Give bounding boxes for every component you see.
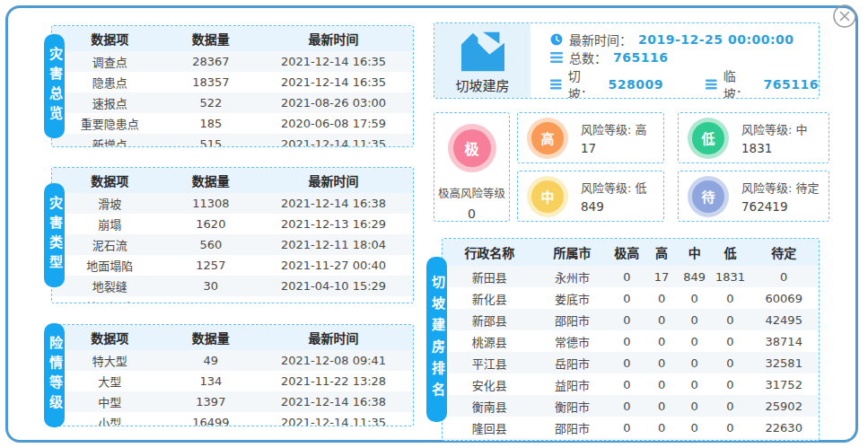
cell-pending: 38714 bbox=[749, 330, 819, 352]
risk-card: 高 风险等级: 高 17 bbox=[517, 112, 664, 163]
summary-title: 切坡建房 bbox=[455, 75, 509, 94]
qiepo-label: 切坡： bbox=[568, 66, 602, 99]
cell-count: 18357 bbox=[168, 72, 254, 92]
cell-time: 2021-12-14 16:35 bbox=[254, 72, 413, 92]
cell-county: 安化县 bbox=[443, 373, 537, 395]
cell-time: 2021-11-27 00:40 bbox=[254, 255, 413, 276]
cell-county: 新化县 bbox=[443, 287, 537, 309]
column-header: 最新时间 bbox=[254, 26, 413, 51]
cell-time: 2021-08-26 03:00 bbox=[254, 92, 413, 113]
cell-county: 桃源县 bbox=[443, 330, 537, 352]
total-value: 765116 bbox=[613, 50, 668, 65]
cell-item: 泥石流 bbox=[52, 234, 168, 255]
cell-count: 134 bbox=[168, 371, 254, 391]
panel-disaster-overview: 灾害总览 数据项数据量最新时间 调查点 bbox=[51, 25, 414, 147]
cell-city: 衡阳市 bbox=[537, 395, 609, 417]
cell-medium: 0 bbox=[678, 395, 712, 417]
cell-extreme: 0 bbox=[608, 352, 645, 373]
cell-item: 崩塌 bbox=[52, 214, 168, 234]
cell-time: 2021-12-14 11:35 bbox=[254, 134, 413, 147]
risk-card-label: 风险等级: 待定 bbox=[741, 179, 820, 196]
panel-tab-danger-level: 险情等级 bbox=[44, 323, 65, 427]
table-row: 地面塌陷 1257 2021-11-27 00:40 bbox=[52, 255, 413, 276]
close-icon[interactable] bbox=[831, 3, 858, 30]
risk-badge-ring: 待 bbox=[688, 176, 729, 217]
cell-low: 0 bbox=[712, 352, 750, 373]
cell-pending: 21104 bbox=[749, 438, 819, 441]
cell-low: 0 bbox=[712, 287, 750, 309]
cell-medium: 0 bbox=[678, 309, 712, 330]
cell-high: 0 bbox=[645, 287, 678, 309]
cell-count: 1257 bbox=[168, 255, 254, 276]
cell-item: 地面塌陷 bbox=[52, 255, 168, 276]
cell-county: 衡南县 bbox=[443, 395, 537, 417]
cell-medium: 0 bbox=[678, 417, 712, 438]
linpo-pair: 临坡： 765116 bbox=[706, 66, 819, 99]
cell-count: 28367 bbox=[168, 51, 254, 72]
cell-item: 调查点 bbox=[52, 51, 168, 72]
cell-item: 小型 bbox=[52, 412, 168, 426]
table-row: 新增点 515 2021-12-14 11:35 bbox=[52, 134, 413, 147]
disaster-overview-table: 数据项数据量最新时间 调查点 28367 2021-12-14 16:35 bbox=[52, 26, 413, 147]
table-row: 衡南县 衡阳市 0 0 0 0 25902 bbox=[443, 395, 819, 417]
cell-extreme: 0 bbox=[608, 266, 645, 287]
risk-card: 待 风险等级: 待定 762419 bbox=[678, 171, 829, 222]
dashboard-card: 灾害总览 数据项数据量最新时间 调查点 bbox=[5, 5, 858, 443]
cell-extreme: 0 bbox=[608, 373, 645, 395]
cell-medium: 0 bbox=[678, 352, 712, 373]
table-row: 新邵县 邵阳市 0 0 0 0 42495 bbox=[443, 309, 819, 330]
table-row: 泥石流 560 2021-12-11 18:04 bbox=[52, 234, 413, 255]
risk-cards-area: 极 极高风险等级 0 高 风险等级: 高 17 bbox=[434, 112, 820, 222]
cell-city: 邵阳市 bbox=[537, 417, 609, 438]
risk-card-label: 风险等级: 高 bbox=[581, 120, 647, 137]
dashboard-page: 灾害总览 数据项数据量最新时间 调查点 bbox=[0, 0, 868, 448]
cell-count: 11308 bbox=[168, 193, 254, 214]
cell-pending: 22630 bbox=[749, 417, 819, 438]
column-header: 数据量 bbox=[168, 168, 254, 193]
risk-badge: 待 bbox=[692, 180, 724, 213]
column-header: 高 bbox=[645, 239, 678, 266]
cell-item: 重要隐患点 bbox=[52, 113, 168, 134]
cell-count: 522 bbox=[168, 92, 254, 113]
table-header-row: 数据项数据量最新时间 bbox=[52, 168, 413, 193]
cell-low: 0 bbox=[712, 438, 750, 441]
table-row: 小型 16499 2021-12-14 11:35 bbox=[52, 412, 413, 426]
ranking-table-box: 行政名称所属市极高高中低待定 新田县 永州市 0 17 849 bbox=[442, 238, 820, 441]
column-header: 中 bbox=[678, 239, 712, 266]
column-header: 数据项 bbox=[52, 168, 168, 193]
risk-card: 低 风险等级: 中 1831 bbox=[678, 112, 829, 163]
disaster-type-table-box: 数据项数据量最新时间 滑坡 11308 2021-12-14 16:38 bbox=[51, 167, 414, 303]
cell-count: 515 bbox=[168, 134, 254, 147]
latest-time-label: 最新时间： bbox=[569, 31, 632, 48]
cell-high: 0 bbox=[645, 395, 678, 417]
cell-low: 0 bbox=[712, 330, 750, 352]
cell-item: 地裂缝 bbox=[52, 276, 168, 296]
cell-time: 2021-12-14 16:38 bbox=[254, 193, 413, 214]
cell-item: 新增点 bbox=[52, 134, 168, 147]
cell-pending: 25902 bbox=[749, 395, 819, 417]
column-header: 行政名称 bbox=[443, 239, 537, 266]
cell-city: 益阳市 bbox=[537, 373, 609, 395]
cell-item: 中型 bbox=[52, 391, 168, 412]
cell-county: 新田县 bbox=[443, 266, 537, 287]
risk-card-label: 风险等级: 低 bbox=[581, 179, 647, 196]
risk-card-text: 风险等级: 中 1831 bbox=[741, 120, 808, 155]
cell-time: 2021-12-13 16:29 bbox=[254, 214, 413, 234]
cell-low: 0 bbox=[712, 373, 750, 395]
cell-city: 永州市 bbox=[537, 266, 609, 287]
column-header: 低 bbox=[712, 239, 750, 266]
cell-count: 560 bbox=[168, 234, 254, 255]
cell-city: 常德市 bbox=[537, 330, 609, 352]
risk-badge-extreme: 极 bbox=[453, 129, 491, 167]
risk-card-text: 风险等级: 低 849 bbox=[581, 179, 647, 214]
cell-item: 隐患点 bbox=[52, 72, 168, 92]
risk-badge-ring: 低 bbox=[688, 118, 729, 159]
summary-icon-box: 切坡建房 bbox=[434, 23, 530, 98]
risk-card-text: 风险等级: 待定 762419 bbox=[741, 179, 820, 214]
table-row: 隐患点 18357 2021-12-14 16:35 bbox=[52, 72, 413, 92]
clock-icon bbox=[550, 33, 563, 46]
risk-badge-ring: 极 bbox=[448, 124, 496, 172]
list-icon bbox=[550, 79, 562, 90]
table-header-row: 数据项数据量最新时间 bbox=[52, 325, 413, 350]
cell-time: 2020-06-08 17:59 bbox=[254, 113, 413, 134]
